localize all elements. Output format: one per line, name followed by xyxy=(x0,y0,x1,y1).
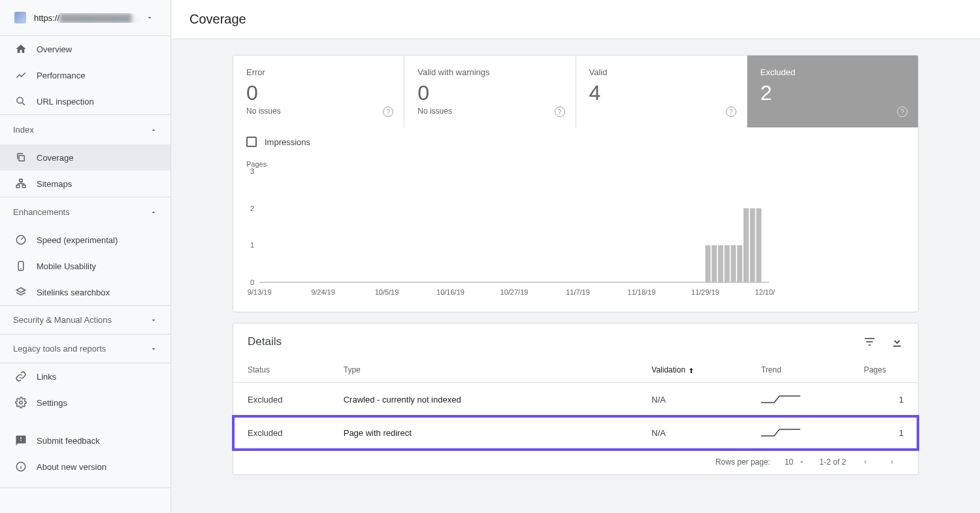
nav-speed[interactable]: Speed (experimental) xyxy=(0,227,171,253)
svg-rect-19 xyxy=(737,245,742,282)
nav-label: Coverage xyxy=(37,153,73,163)
table-row[interactable]: Excluded Crawled - currently not indexed… xyxy=(233,383,918,416)
stat-sub: No issues xyxy=(246,107,391,116)
svg-text:11/29/19: 11/29/19 xyxy=(691,288,719,296)
trend-icon xyxy=(14,69,27,82)
link-icon xyxy=(14,370,27,383)
pagination: Rows per page: 10 1-2 of 2 xyxy=(233,450,918,474)
nav-about[interactable]: About new version xyxy=(0,454,171,480)
svg-rect-20 xyxy=(743,208,749,282)
nav-overview[interactable]: Overview xyxy=(0,36,171,62)
stat-value: 0 xyxy=(417,81,562,105)
svg-rect-4 xyxy=(22,185,25,188)
next-page[interactable] xyxy=(888,457,904,467)
nav-label: Links xyxy=(37,372,56,382)
svg-point-7 xyxy=(20,401,23,405)
stat-sub: No issues xyxy=(417,107,562,116)
svg-rect-3 xyxy=(16,185,20,188)
mobile-icon xyxy=(14,259,27,273)
nav-group-index[interactable]: Index xyxy=(0,115,171,144)
col-pages[interactable]: Pages xyxy=(849,356,918,383)
nav-label: Sitelinks searchbox xyxy=(37,288,110,297)
group-label: Security & Manual Actions xyxy=(13,315,112,325)
nav-sitelinks[interactable]: Sitelinks searchbox xyxy=(0,279,171,305)
download-icon[interactable] xyxy=(890,335,904,348)
stat-tab-error[interactable]: Error 0 No issues ? xyxy=(233,56,404,127)
table-row[interactable]: Excluded Page with redirect N/A 1 xyxy=(233,416,918,450)
home-icon xyxy=(14,42,27,56)
chevron-down-icon xyxy=(146,14,157,22)
nav-group-enhancements[interactable]: Enhancements xyxy=(0,197,171,227)
range-label: 1-2 of 2 xyxy=(819,457,846,467)
stat-tab-valid[interactable]: Valid 4 ? xyxy=(576,56,747,127)
cell-type: Crawled - currently not indexed xyxy=(329,383,638,416)
page-header: Coverage xyxy=(171,0,980,39)
layers-icon xyxy=(14,286,27,299)
cell-trend xyxy=(747,383,849,416)
property-selector[interactable]: https://████████████... xyxy=(0,0,171,35)
cell-type: Page with redirect xyxy=(329,416,638,450)
svg-text:9/24/19: 9/24/19 xyxy=(311,288,335,296)
copy-icon xyxy=(14,151,27,164)
group-label: Legacy tools and reports xyxy=(13,344,106,354)
svg-text:10/5/19: 10/5/19 xyxy=(375,288,399,296)
nav-links[interactable]: Links xyxy=(0,363,171,389)
nav-group-security[interactable]: Security & Manual Actions xyxy=(0,306,171,334)
svg-rect-21 xyxy=(750,208,755,282)
nav-coverage[interactable]: Coverage xyxy=(0,144,171,171)
nav-group-legacy[interactable]: Legacy tools and reports xyxy=(0,335,171,363)
svg-text:0: 0 xyxy=(250,278,254,286)
stat-tab-excluded[interactable]: Excluded 2 ? xyxy=(747,56,918,127)
stat-label: Excluded xyxy=(760,67,905,77)
feedback-icon xyxy=(14,434,27,447)
col-status[interactable]: Status xyxy=(233,356,329,383)
cell-pages: 1 xyxy=(849,383,918,416)
nav-feedback[interactable]: Submit feedback xyxy=(0,427,171,454)
info-icon xyxy=(14,460,27,473)
svg-point-0 xyxy=(17,97,23,103)
cell-validation: N/A xyxy=(637,416,747,450)
chart: Pages 32109/13/199/24/1910/5/1910/16/191… xyxy=(233,156,918,312)
details-card: Details Status Type Validation Trend Pa xyxy=(233,323,919,475)
globe-icon xyxy=(14,12,26,24)
filter-icon[interactable] xyxy=(863,335,876,348)
cell-validation: N/A xyxy=(637,383,747,416)
prev-page[interactable] xyxy=(860,457,876,467)
nav-label: Performance xyxy=(37,71,85,80)
chevron-up-icon xyxy=(150,126,157,134)
help-icon[interactable]: ? xyxy=(383,107,393,117)
details-title: Details xyxy=(248,335,282,348)
group-label: Enhancements xyxy=(13,207,70,217)
nav-performance[interactable]: Performance xyxy=(0,62,171,88)
details-table: Status Type Validation Trend Pages Exclu… xyxy=(233,356,918,450)
gauge-icon xyxy=(14,233,27,246)
nav-label: URL inspection xyxy=(37,97,94,107)
sitemap-icon xyxy=(14,177,27,190)
impressions-checkbox[interactable] xyxy=(246,137,257,147)
rows-select[interactable]: 10 xyxy=(785,457,805,467)
group-label: Index xyxy=(13,125,34,135)
svg-text:2: 2 xyxy=(250,205,254,212)
col-type[interactable]: Type xyxy=(329,356,638,383)
cell-trend xyxy=(747,416,849,450)
stat-label: Valid xyxy=(589,67,734,77)
nav-label: Settings xyxy=(37,398,67,408)
nav-settings[interactable]: Settings xyxy=(0,389,171,416)
sidebar: https://████████████... Overview Perform… xyxy=(0,0,171,513)
y-axis-label: Pages xyxy=(246,160,905,168)
nav-sitemaps[interactable]: Sitemaps xyxy=(0,171,171,197)
nav-url-inspection[interactable]: URL inspection xyxy=(0,88,171,114)
chart-svg: 32109/13/199/24/1910/5/1910/16/1910/27/1… xyxy=(246,168,776,299)
chevron-down-icon xyxy=(798,459,805,465)
nav-label: Mobile Usability xyxy=(37,261,96,271)
stat-value: 4 xyxy=(589,81,734,105)
nav-mobile[interactable]: Mobile Usability xyxy=(0,253,171,279)
help-icon[interactable]: ? xyxy=(555,107,565,117)
stat-tab-valid-with-warnings[interactable]: Valid with warnings 0 No issues ? xyxy=(404,56,576,127)
property-url: https://████████████... xyxy=(34,13,146,23)
svg-rect-1 xyxy=(19,156,24,161)
help-icon[interactable]: ? xyxy=(726,107,736,117)
col-trend[interactable]: Trend xyxy=(747,356,849,383)
col-validation[interactable]: Validation xyxy=(637,356,747,383)
help-icon[interactable]: ? xyxy=(897,107,907,117)
